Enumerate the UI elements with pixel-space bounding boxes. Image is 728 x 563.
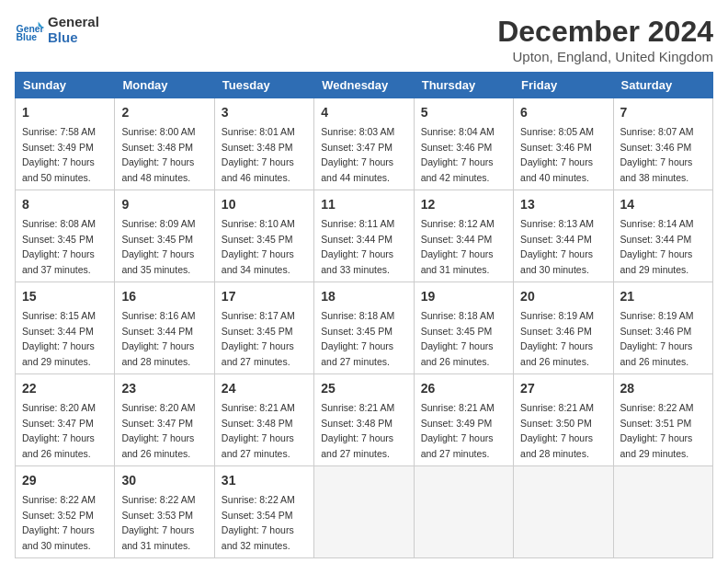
- day-info: Sunrise: 8:01 AMSunset: 3:48 PMDaylight:…: [222, 126, 295, 183]
- table-row: 27Sunrise: 8:21 AMSunset: 3:50 PMDayligh…: [514, 374, 613, 466]
- day-number: 23: [121, 379, 207, 398]
- day-number: 15: [22, 287, 108, 306]
- day-info: Sunrise: 8:21 AMSunset: 3:50 PMDaylight:…: [520, 402, 594, 459]
- logo-icon: General Blue: [15, 16, 44, 45]
- table-row: 23Sunrise: 8:20 AMSunset: 3:47 PMDayligh…: [115, 374, 214, 466]
- table-row: 22Sunrise: 8:20 AMSunset: 3:47 PMDayligh…: [16, 374, 115, 466]
- col-thursday: Thursday: [414, 73, 513, 98]
- table-row: 28Sunrise: 8:22 AMSunset: 3:51 PMDayligh…: [613, 374, 712, 466]
- day-info: Sunrise: 8:21 AMSunset: 3:49 PMDaylight:…: [421, 402, 495, 459]
- day-number: 14: [620, 195, 706, 214]
- table-row: 31Sunrise: 8:22 AMSunset: 3:54 PMDayligh…: [214, 466, 313, 558]
- table-row: 29Sunrise: 8:22 AMSunset: 3:52 PMDayligh…: [16, 466, 115, 558]
- day-number: 16: [121, 287, 207, 306]
- day-number: 24: [222, 379, 307, 398]
- table-row: 14Sunrise: 8:14 AMSunset: 3:44 PMDayligh…: [613, 190, 712, 282]
- day-info: Sunrise: 8:14 AMSunset: 3:44 PMDaylight:…: [620, 218, 694, 275]
- day-info: Sunrise: 8:22 AMSunset: 3:54 PMDaylight:…: [222, 494, 295, 551]
- header-row: Sunday Monday Tuesday Wednesday Thursday…: [16, 73, 713, 98]
- day-number: 10: [222, 195, 307, 214]
- day-number: 25: [321, 379, 406, 398]
- table-row: 19Sunrise: 8:18 AMSunset: 3:45 PMDayligh…: [414, 282, 513, 374]
- day-number: 29: [22, 471, 108, 490]
- calendar-week-row: 8Sunrise: 8:08 AMSunset: 3:45 PMDaylight…: [16, 190, 713, 282]
- table-row: 25Sunrise: 8:21 AMSunset: 3:48 PMDayligh…: [314, 374, 414, 466]
- col-monday: Monday: [115, 73, 214, 98]
- calendar-week-row: 1Sunrise: 7:58 AMSunset: 3:49 PMDaylight…: [16, 98, 713, 190]
- col-tuesday: Tuesday: [214, 73, 313, 98]
- day-info: Sunrise: 8:17 AMSunset: 3:45 PMDaylight:…: [222, 310, 295, 367]
- table-row: [514, 466, 613, 558]
- day-info: Sunrise: 8:00 AMSunset: 3:48 PMDaylight:…: [121, 126, 195, 183]
- table-row: 6Sunrise: 8:05 AMSunset: 3:46 PMDaylight…: [514, 98, 613, 190]
- day-info: Sunrise: 8:12 AMSunset: 3:44 PMDaylight:…: [421, 218, 495, 275]
- day-info: Sunrise: 8:18 AMSunset: 3:45 PMDaylight:…: [321, 310, 394, 367]
- table-row: 1Sunrise: 7:58 AMSunset: 3:49 PMDaylight…: [16, 98, 115, 190]
- day-number: 27: [520, 379, 606, 398]
- day-number: 11: [321, 195, 406, 214]
- day-number: 26: [421, 379, 506, 398]
- table-row: 11Sunrise: 8:11 AMSunset: 3:44 PMDayligh…: [314, 190, 414, 282]
- day-number: 31: [222, 471, 307, 490]
- table-row: 10Sunrise: 8:10 AMSunset: 3:45 PMDayligh…: [214, 190, 313, 282]
- day-info: Sunrise: 7:58 AMSunset: 3:49 PMDaylight:…: [22, 126, 96, 183]
- day-info: Sunrise: 8:08 AMSunset: 3:45 PMDaylight:…: [22, 218, 96, 275]
- day-number: 5: [421, 103, 506, 122]
- calendar-week-row: 22Sunrise: 8:20 AMSunset: 3:47 PMDayligh…: [16, 374, 713, 466]
- page-header: General Blue General Blue December 2024 …: [15, 15, 713, 64]
- day-info: Sunrise: 8:21 AMSunset: 3:48 PMDaylight:…: [321, 402, 394, 459]
- day-info: Sunrise: 8:05 AMSunset: 3:46 PMDaylight:…: [520, 126, 594, 183]
- month-title: December 2024: [497, 15, 713, 49]
- table-row: 4Sunrise: 8:03 AMSunset: 3:47 PMDaylight…: [314, 98, 414, 190]
- day-info: Sunrise: 8:22 AMSunset: 3:52 PMDaylight:…: [22, 494, 96, 551]
- day-info: Sunrise: 8:04 AMSunset: 3:46 PMDaylight:…: [421, 126, 495, 183]
- day-info: Sunrise: 8:22 AMSunset: 3:53 PMDaylight:…: [121, 494, 195, 551]
- table-row: 12Sunrise: 8:12 AMSunset: 3:44 PMDayligh…: [414, 190, 513, 282]
- day-number: 3: [222, 103, 307, 122]
- day-info: Sunrise: 8:18 AMSunset: 3:45 PMDaylight:…: [421, 310, 495, 367]
- svg-text:Blue: Blue: [17, 32, 38, 42]
- table-row: 3Sunrise: 8:01 AMSunset: 3:48 PMDaylight…: [214, 98, 313, 190]
- calendar-week-row: 15Sunrise: 8:15 AMSunset: 3:44 PMDayligh…: [16, 282, 713, 374]
- col-friday: Friday: [514, 73, 613, 98]
- table-row: 5Sunrise: 8:04 AMSunset: 3:46 PMDaylight…: [414, 98, 513, 190]
- table-row: 2Sunrise: 8:00 AMSunset: 3:48 PMDaylight…: [115, 98, 214, 190]
- day-info: Sunrise: 8:09 AMSunset: 3:45 PMDaylight:…: [121, 218, 195, 275]
- day-number: 17: [222, 287, 307, 306]
- day-number: 21: [620, 287, 706, 306]
- table-row: 13Sunrise: 8:13 AMSunset: 3:44 PMDayligh…: [514, 190, 613, 282]
- title-block: December 2024 Upton, England, United Kin…: [497, 15, 713, 64]
- day-number: 13: [520, 195, 606, 214]
- day-info: Sunrise: 8:15 AMSunset: 3:44 PMDaylight:…: [22, 310, 96, 367]
- table-row: [314, 466, 414, 558]
- table-row: 26Sunrise: 8:21 AMSunset: 3:49 PMDayligh…: [414, 374, 513, 466]
- table-row: 9Sunrise: 8:09 AMSunset: 3:45 PMDaylight…: [115, 190, 214, 282]
- table-row: [414, 466, 513, 558]
- day-info: Sunrise: 8:07 AMSunset: 3:46 PMDaylight:…: [620, 126, 694, 183]
- table-row: 16Sunrise: 8:16 AMSunset: 3:44 PMDayligh…: [115, 282, 214, 374]
- day-number: 20: [520, 287, 606, 306]
- table-row: 8Sunrise: 8:08 AMSunset: 3:45 PMDaylight…: [16, 190, 115, 282]
- day-number: 6: [520, 103, 606, 122]
- day-number: 22: [22, 379, 108, 398]
- day-info: Sunrise: 8:19 AMSunset: 3:46 PMDaylight:…: [620, 310, 694, 367]
- logo: General Blue General Blue: [15, 15, 99, 45]
- table-row: 21Sunrise: 8:19 AMSunset: 3:46 PMDayligh…: [613, 282, 712, 374]
- day-number: 1: [22, 103, 108, 122]
- day-number: 18: [321, 287, 406, 306]
- day-number: 30: [121, 471, 207, 490]
- col-sunday: Sunday: [16, 73, 115, 98]
- table-row: 17Sunrise: 8:17 AMSunset: 3:45 PMDayligh…: [214, 282, 313, 374]
- day-info: Sunrise: 8:20 AMSunset: 3:47 PMDaylight:…: [22, 402, 96, 459]
- calendar-table: Sunday Monday Tuesday Wednesday Thursday…: [15, 72, 713, 558]
- day-info: Sunrise: 8:03 AMSunset: 3:47 PMDaylight:…: [321, 126, 394, 183]
- table-row: 24Sunrise: 8:21 AMSunset: 3:48 PMDayligh…: [214, 374, 313, 466]
- day-info: Sunrise: 8:11 AMSunset: 3:44 PMDaylight:…: [321, 218, 394, 275]
- day-number: 7: [620, 103, 706, 122]
- table-row: 18Sunrise: 8:18 AMSunset: 3:45 PMDayligh…: [314, 282, 414, 374]
- day-number: 9: [121, 195, 207, 214]
- location-title: Upton, England, United Kingdom: [497, 49, 713, 64]
- day-number: 19: [421, 287, 506, 306]
- col-saturday: Saturday: [613, 73, 712, 98]
- day-info: Sunrise: 8:20 AMSunset: 3:47 PMDaylight:…: [121, 402, 195, 459]
